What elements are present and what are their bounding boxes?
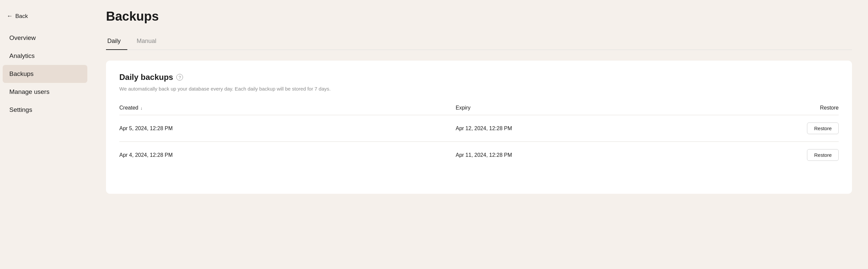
sidebar-item-overview[interactable]: Overview [3, 29, 87, 47]
help-icon[interactable]: ? [176, 74, 183, 80]
sidebar-item-settings[interactable]: Settings [3, 101, 87, 119]
table-row: Apr 5, 2024, 12:28 PM Apr 12, 2024, 12:2… [119, 115, 839, 142]
row-expiry: Apr 11, 2024, 12:28 PM [456, 152, 792, 158]
page-title: Backups [106, 9, 852, 24]
card-title: Daily backups [119, 73, 173, 82]
row-restore: Restore [792, 123, 839, 134]
header-restore: Restore [792, 105, 839, 111]
sidebar-item-analytics[interactable]: Analytics [3, 47, 87, 65]
sidebar-item-backups[interactable]: Backups [3, 65, 87, 83]
row-expiry: Apr 12, 2024, 12:28 PM [456, 126, 792, 132]
table-row: Apr 4, 2024, 12:28 PM Apr 11, 2024, 12:2… [119, 142, 839, 168]
backups-table: Created ↓ Expiry Restore Apr 5, 2024, 12… [119, 101, 839, 168]
daily-backups-card: Daily backups ? We automatically back up… [106, 61, 852, 194]
back-arrow-icon: ← [7, 13, 13, 20]
restore-button-0[interactable]: Restore [807, 123, 839, 134]
restore-button-1[interactable]: Restore [807, 149, 839, 161]
card-header: Daily backups ? [119, 73, 839, 82]
nav-menu: Overview Analytics Backups Manage users … [0, 29, 90, 119]
sidebar: ← Back Overview Analytics Backups Manage… [0, 0, 90, 269]
row-created: Apr 5, 2024, 12:28 PM [119, 126, 456, 132]
tab-manual[interactable]: Manual [135, 34, 163, 50]
row-created: Apr 4, 2024, 12:28 PM [119, 152, 456, 158]
card-description: We automatically back up your database e… [119, 86, 839, 92]
header-expiry: Expiry [456, 105, 792, 111]
back-button[interactable]: ← Back [0, 9, 90, 29]
sidebar-item-manage-users[interactable]: Manage users [3, 83, 87, 101]
tab-daily[interactable]: Daily [106, 34, 127, 50]
main-content: Backups Daily Manual Daily backups ? We … [90, 0, 868, 269]
header-created: Created ↓ [119, 105, 456, 111]
back-label: Back [16, 13, 28, 20]
sort-down-icon: ↓ [140, 105, 143, 110]
tab-bar: Daily Manual [106, 34, 852, 50]
table-header: Created ↓ Expiry Restore [119, 101, 839, 115]
row-restore: Restore [792, 149, 839, 161]
